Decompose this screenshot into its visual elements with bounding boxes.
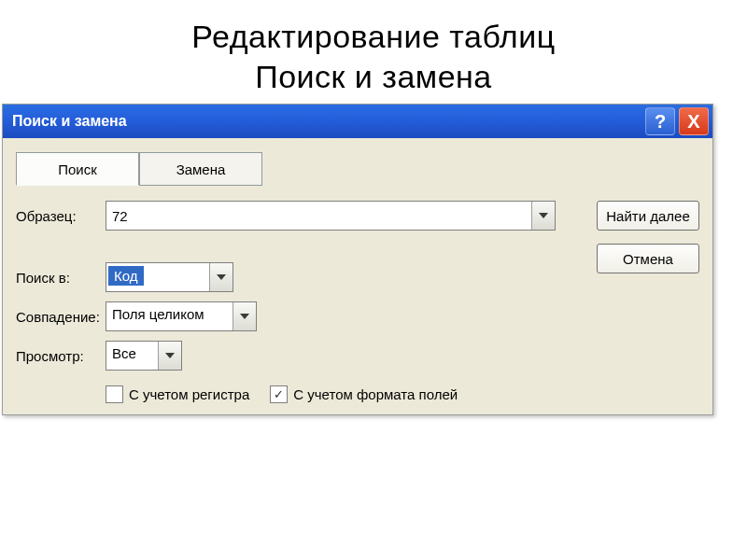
chevron-down-icon[interactable] (209, 263, 233, 291)
titlebar: Поиск и замена ? X (3, 105, 712, 138)
search-in-value: Код (108, 266, 144, 286)
close-button[interactable]: X (679, 107, 709, 135)
case-sensitive-option[interactable]: С учетом регистра (106, 385, 249, 403)
checkbox-row: С учетом регистра ✓ С учетом формата пол… (106, 385, 699, 403)
view-row: Просмотр: Все (16, 341, 597, 371)
dialog-body: Поиск Замена Образец: (3, 138, 712, 414)
tab-search[interactable]: Поиск (16, 152, 139, 186)
help-button[interactable]: ? (645, 107, 675, 135)
find-next-button[interactable]: Найти далее (597, 201, 699, 231)
pattern-row: Образец: (16, 201, 597, 231)
cancel-button[interactable]: Отмена (597, 244, 699, 273)
view-combobox[interactable]: Все (106, 341, 182, 371)
slide-title-line1: Редактирование таблиц (191, 19, 555, 54)
tab-replace-label: Замена (176, 161, 226, 177)
help-icon: ? (655, 111, 666, 133)
match-row: Совпадение: Поля целиком (16, 301, 597, 331)
tab-replace[interactable]: Замена (139, 152, 262, 186)
checkmark-icon: ✓ (274, 387, 284, 401)
tab-search-label: Поиск (58, 161, 97, 177)
pattern-input[interactable] (106, 202, 531, 230)
chevron-down-icon[interactable] (233, 302, 256, 330)
slide-title: Редактирование таблиц Поиск и замена (0, 17, 747, 96)
search-in-label: Поиск в: (16, 270, 106, 286)
view-label: Просмотр: (16, 348, 106, 364)
pattern-combobox[interactable] (106, 201, 556, 231)
tabs: Поиск Замена (16, 152, 699, 186)
chevron-down-icon[interactable] (158, 342, 181, 370)
match-label: Совпадение: (16, 309, 106, 325)
match-combobox[interactable]: Поля целиком (106, 301, 257, 331)
search-in-row: Поиск в: Код (16, 262, 597, 292)
field-format-label: С учетом формата полей (293, 386, 458, 402)
case-sensitive-checkbox[interactable] (106, 385, 123, 403)
pattern-label: Образец: (16, 208, 106, 224)
view-value: Все (106, 342, 158, 370)
window-title: Поиск и замена (12, 113, 127, 130)
chevron-down-icon[interactable] (531, 202, 555, 230)
find-replace-dialog: Поиск и замена ? X Поиск Замена Образец: (2, 104, 713, 415)
action-buttons: Найти далее Отмена (597, 201, 699, 273)
match-value: Поля целиком (106, 302, 233, 330)
field-format-checkbox[interactable]: ✓ (270, 385, 288, 403)
field-format-option[interactable]: ✓ С учетом формата полей (270, 385, 458, 403)
close-icon: X (687, 111, 699, 133)
titlebar-controls: ? X (645, 107, 709, 135)
slide-title-line2: Поиск и замена (255, 59, 492, 94)
case-sensitive-label: С учетом регистра (129, 386, 249, 402)
search-in-combobox[interactable]: Код (106, 262, 233, 292)
